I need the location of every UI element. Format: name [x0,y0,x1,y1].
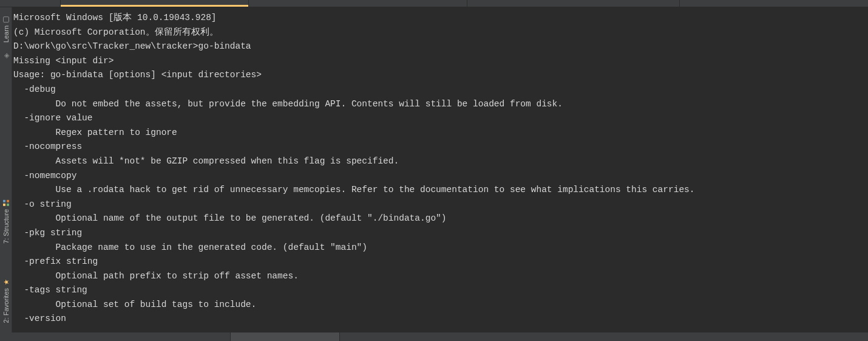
tool-window-unknown[interactable]: ◈ [1,49,11,63]
terminal-line: Optional name of the output file to be g… [13,212,867,226]
tool-window-stripe-left: Learn ◈ 7: Structure 2: Favorites ★ [0,7,12,341]
terminal-line: Optional path prefix to strip off asset … [13,269,867,284]
status-segment[interactable] [231,332,340,341]
status-bar [0,332,868,341]
terminal-line: -nomemcopy [13,169,867,184]
editor-tab[interactable] [467,0,680,7]
tool-window-learn[interactable]: Learn [1,12,11,46]
editor-tab-active[interactable] [61,0,249,7]
tool-window-label: 2: Favorites [2,288,10,323]
svg-rect-0 [3,204,5,206]
svg-rect-1 [3,200,5,202]
terminal-line: Do not embed the assets, but provide the… [13,97,867,112]
tool-window-label: Learn [2,26,10,43]
learn-icon [2,16,10,23]
terminal-line: -debug [13,83,867,97]
terminal-line: Missing <input dir> [13,54,867,69]
stack-icon: ◈ [2,52,10,60]
tool-window-label: 7: Structure [2,209,10,244]
terminal-line: Package name to use in the generated cod… [13,241,867,255]
terminal-panel[interactable]: Microsoft Windows [版本 10.0.19043.928] (c… [12,7,868,341]
active-tab-indicator [61,5,248,7]
terminal-line: -o string [13,198,867,212]
terminal-line: -prefix string [13,255,867,269]
terminal-line: (c) Microsoft Corporation。保留所有权利。 [13,26,867,40]
terminal-line: -version [13,312,867,326]
tool-window-favorites[interactable]: 2: Favorites ★ [1,275,11,326]
tool-window-structure[interactable]: 7: Structure [1,196,11,247]
terminal-line: -nocompress [13,140,867,154]
structure-icon [2,199,10,207]
svg-rect-2 [7,204,9,206]
terminal-line: Assets will *not* be GZIP compressed whe… [13,154,867,169]
terminal-line: -pkg string [13,226,867,241]
terminal-line: Optional set of build tags to include. [13,298,867,312]
terminal-line: Usage: go-bindata [options] <input direc… [13,68,867,83]
editor-tab-bar [0,0,868,7]
terminal-line: Regex pattern to ignore [13,126,867,140]
terminal-line: -tags string [13,283,867,298]
terminal-line: Use a .rodata hack to get rid of unneces… [13,183,867,198]
star-icon: ★ [2,278,10,286]
terminal-line: Microsoft Windows [版本 10.0.19043.928] [13,11,867,26]
terminal-line: D:\work\go\src\Tracker_new\tracker>go-bi… [13,40,867,54]
editor-tab[interactable] [249,0,467,7]
terminal-line: -ignore value [13,111,867,126]
svg-rect-3 [7,200,9,202]
editor-tab[interactable] [0,0,61,7]
status-segment[interactable] [0,332,231,341]
